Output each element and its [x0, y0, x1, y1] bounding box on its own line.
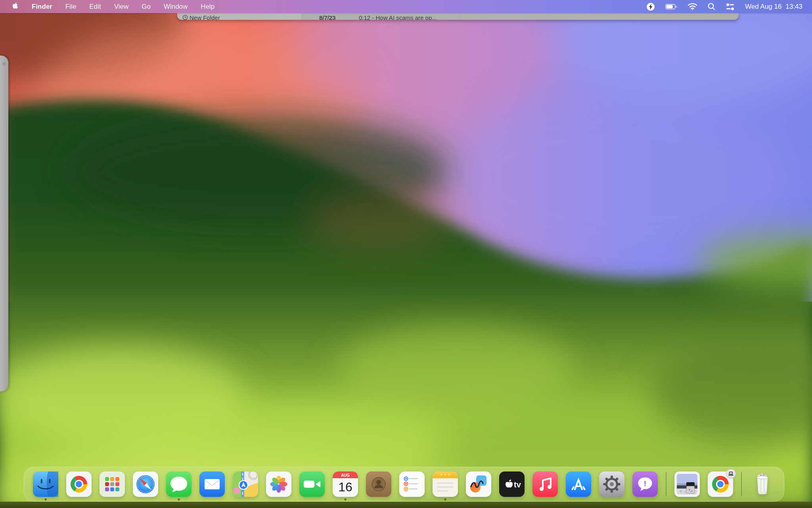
- contacts-icon: [366, 471, 391, 497]
- column-divider: [460, 13, 460, 20]
- dock-item-downloads-preview[interactable]: [674, 471, 700, 497]
- running-indicator: [444, 498, 446, 500]
- menu-item-help[interactable]: Help: [201, 3, 214, 11]
- menu-item-file[interactable]: File: [65, 3, 76, 11]
- running-indicator: [345, 498, 347, 500]
- file-date-label: 8/7/23: [319, 14, 336, 20]
- menu-bar: Finder File Edit View Go Window Help Wed…: [0, 0, 812, 13]
- dock-item-feedback[interactable]: !: [632, 471, 658, 497]
- background-window-left-edge[interactable]: [0, 56, 8, 391]
- calendar-month-label: AUG: [341, 473, 350, 477]
- screen-badge: [726, 469, 736, 479]
- dock-item-launchpad[interactable]: [100, 471, 125, 497]
- menu-item-go[interactable]: Go: [142, 3, 151, 11]
- dock-item-chrome[interactable]: [66, 471, 92, 497]
- dock-item-system-settings[interactable]: [599, 471, 624, 497]
- running-indicator: [45, 498, 47, 500]
- apple-menu[interactable]: [12, 2, 19, 12]
- file-name-label[interactable]: New Folder: [190, 14, 220, 20]
- reminders-icon: [399, 471, 425, 497]
- trash-full-icon: [750, 471, 775, 497]
- menu-item-edit[interactable]: Edit: [89, 3, 101, 11]
- safari-icon: [133, 471, 158, 497]
- freeform-icon: [466, 471, 491, 497]
- mail-icon: [199, 471, 225, 497]
- dock-item-messages[interactable]: [166, 471, 192, 497]
- wallpaper-bottom-shadow: [0, 502, 812, 508]
- app-store-icon: [566, 471, 591, 497]
- apple-logo-icon: [12, 2, 19, 10]
- dock-divider: [666, 472, 666, 496]
- messages-icon: [166, 471, 192, 497]
- calendar-day-label: 16: [338, 480, 352, 494]
- dock-item-mail[interactable]: [199, 471, 225, 497]
- file-detail-label: 0:12 - How AI scams are op...: [359, 14, 437, 20]
- lightning-icon[interactable]: [646, 2, 655, 11]
- clock-date: Wed Aug 16: [745, 3, 781, 11]
- dock-item-facetime[interactable]: [299, 471, 325, 497]
- dock-item-photos[interactable]: [266, 471, 291, 497]
- dock-divider: [741, 472, 742, 496]
- wifi-icon[interactable]: [688, 2, 697, 11]
- system-settings-gear-icon: [599, 471, 624, 497]
- control-center-icon[interactable]: [726, 2, 735, 11]
- launchpad-icon: [100, 471, 125, 497]
- dock-item-chrome-window[interactable]: [708, 471, 733, 497]
- dock-item-reminders[interactable]: [399, 471, 425, 497]
- apple-tv-icon: tv: [499, 471, 525, 497]
- dock-item-trash[interactable]: [750, 471, 775, 497]
- menu-item-view[interactable]: View: [114, 3, 129, 11]
- pending-clock-icon: [182, 15, 188, 20]
- maps-icon: [233, 471, 258, 497]
- dock-item-finder[interactable]: [33, 471, 58, 497]
- clock-time: 13:43: [785, 3, 802, 11]
- dock-item-app-store[interactable]: [566, 471, 591, 497]
- calendar-icon: AUG 16: [333, 471, 358, 497]
- menu-item-finder[interactable]: Finder: [32, 3, 52, 11]
- dock-item-freeform[interactable]: [466, 471, 491, 497]
- menu-item-window[interactable]: Window: [164, 3, 188, 11]
- spotlight-search-icon[interactable]: [708, 2, 715, 11]
- laptop-icon: [728, 471, 733, 476]
- apple-tv-label: tv: [514, 480, 521, 489]
- menubar-clock[interactable]: Wed Aug 16 13:43: [745, 3, 802, 11]
- dock-item-music[interactable]: [532, 471, 558, 497]
- dock: AUG 16: [24, 467, 784, 502]
- feedback-mark-label: !: [644, 479, 646, 488]
- background-window-top-edge[interactable]: New Folder 8/7/23 0:12 - How AI scams ar…: [177, 13, 739, 20]
- dock-item-notes[interactable]: [433, 471, 458, 497]
- notes-icon: [433, 471, 458, 497]
- battery-icon[interactable]: [665, 2, 677, 11]
- running-indicator: [178, 498, 180, 500]
- photo-file-preview-icon: [674, 471, 700, 497]
- photos-icon: [266, 471, 291, 497]
- music-icon: [532, 471, 558, 497]
- facetime-icon: [299, 471, 325, 497]
- dock-item-apple-tv[interactable]: tv: [499, 471, 525, 497]
- dock-item-calendar[interactable]: AUG 16: [333, 471, 358, 497]
- dock-item-safari[interactable]: [133, 471, 158, 497]
- feedback-exclamation-bubble-icon: !: [632, 471, 658, 497]
- desktop-wallpaper: [0, 0, 812, 508]
- finder-icon: [33, 471, 58, 497]
- dock-item-maps[interactable]: [233, 471, 258, 497]
- chrome-icon: [66, 471, 92, 497]
- dock-item-contacts[interactable]: [366, 471, 391, 497]
